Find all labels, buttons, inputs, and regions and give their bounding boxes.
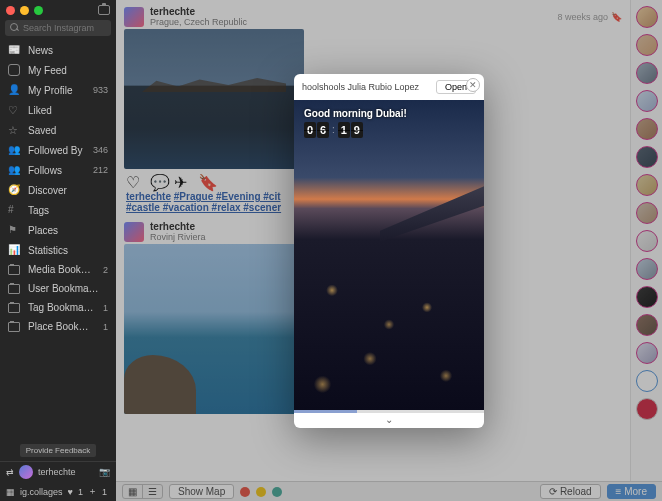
news-icon: 📰 (8, 44, 20, 56)
story-progress[interactable] (294, 410, 484, 413)
clock-digit: 9 (351, 122, 363, 138)
nav-liked[interactable]: Liked (0, 100, 116, 120)
airplane-wing (380, 186, 485, 242)
city-lights (294, 239, 484, 410)
story-modal: ✕ hoolshools Julia Rubio Lopez Open Good… (294, 74, 484, 428)
nav-my-feed[interactable]: My Feed (0, 60, 116, 80)
window-controls (0, 0, 116, 20)
close-icon[interactable]: ✕ (466, 78, 480, 92)
heart-icon: ♥ (68, 487, 73, 497)
nav-user-bookmarks[interactable]: User Bookmarks (0, 279, 116, 298)
nav-place-bookmarks[interactable]: Place Bookmarks1 (0, 317, 116, 336)
search-icon (10, 23, 18, 31)
nav-label: Discover (28, 185, 100, 196)
modal-overlay[interactable]: ✕ hoolshools Julia Rubio Lopez Open Good… (116, 0, 662, 501)
clock-digit: 0 (304, 122, 316, 138)
nav-label: Statistics (28, 245, 100, 256)
nav-label: User Bookmarks (28, 283, 100, 294)
feed-icon (8, 64, 20, 76)
folder-icon (8, 322, 20, 332)
nav-label: Tag Bookmarks (28, 302, 95, 313)
status-collages-row[interactable]: ▦ ig.collages ♥1 ＋1 (0, 482, 116, 501)
app-icon: ▦ (6, 487, 15, 497)
nav-discover[interactable]: 🧭Discover (0, 180, 116, 200)
feedback-button[interactable]: Provide Feedback (20, 444, 96, 457)
nav-label: Saved (28, 125, 100, 136)
star-icon (8, 124, 20, 136)
nav-statistics[interactable]: 📊Statistics (0, 240, 116, 260)
close-window-button[interactable] (6, 6, 15, 15)
clock-digit: 6 (317, 122, 329, 138)
nav-label: Media Bookmarks (28, 264, 95, 275)
chart-icon: 📊 (8, 244, 20, 256)
fullscreen-window-button[interactable] (34, 6, 43, 15)
nav-count: 1 (103, 303, 108, 313)
search-input[interactable] (5, 20, 111, 36)
nav-count: 933 (93, 85, 108, 95)
nav-places[interactable]: Places (0, 220, 116, 240)
search-wrap (0, 20, 116, 40)
modal-header: hoolshools Julia Rubio Lopez Open (294, 74, 484, 100)
nav-label: Follows (28, 165, 85, 176)
story-caption: Good morning Dubai! (304, 108, 407, 119)
modal-username[interactable]: hoolshools Julia Rubio Lopez (302, 82, 430, 92)
tag-icon (8, 204, 20, 216)
nav-tags[interactable]: Tags (0, 200, 116, 220)
nav-count: 346 (93, 145, 108, 155)
profile-icon: 👤 (8, 84, 20, 96)
nav-label: My Feed (28, 65, 100, 76)
minimize-window-button[interactable] (20, 6, 29, 15)
nav-label: Place Bookmarks (28, 321, 95, 332)
clock-sep: : (332, 124, 335, 135)
camera-icon[interactable] (98, 5, 110, 15)
folder-icon (8, 284, 20, 294)
nav-list: 📰News My Feed 👤My Profile933 Liked Saved… (0, 40, 116, 440)
nav-saved[interactable]: Saved (0, 120, 116, 140)
following-icon: 👥 (8, 164, 20, 176)
avatar (19, 465, 33, 479)
nav-my-profile[interactable]: 👤My Profile933 (0, 80, 116, 100)
nav-news[interactable]: 📰News (0, 40, 116, 60)
followers-icon: 👥 (8, 144, 20, 156)
folder-icon (8, 303, 20, 313)
nav-label: Followed By (28, 145, 85, 156)
main-area: terhechte Prague, Czech Republic 8 weeks… (116, 0, 662, 501)
compass-icon: 🧭 (8, 184, 20, 196)
nav-followed-by[interactable]: 👥Followed By346 (0, 140, 116, 160)
nav-tag-bookmarks[interactable]: Tag Bookmarks1 (0, 298, 116, 317)
nav-label: My Profile (28, 85, 85, 96)
clock-digit: 1 (338, 122, 350, 138)
nav-media-bookmarks[interactable]: Media Bookmarks2 (0, 260, 116, 279)
plus-icon: ＋ (88, 485, 97, 498)
nav-label: Liked (28, 105, 100, 116)
folder-icon (8, 265, 20, 275)
status-user-row[interactable]: ⇄ terhechte 📷 (0, 462, 116, 482)
plus-count: 1 (102, 487, 107, 497)
pin-icon (8, 224, 20, 236)
status-username: terhechte (38, 467, 76, 477)
nav-label: News (28, 45, 100, 56)
flip-clock: 0 6 : 1 9 (304, 122, 363, 138)
sidebar: 📰News My Feed 👤My Profile933 Liked Saved… (0, 0, 116, 501)
nav-label: Places (28, 225, 100, 236)
camera-icon[interactable]: 📷 (99, 467, 110, 477)
nav-count: 1 (103, 322, 108, 332)
chevron-down-icon[interactable]: ⌄ (294, 413, 484, 428)
nav-label: Tags (28, 205, 100, 216)
story-image[interactable]: Good morning Dubai! 0 6 : 1 9 (294, 100, 484, 410)
nav-count: 2 (103, 265, 108, 275)
nav-follows[interactable]: 👥Follows212 (0, 160, 116, 180)
heart-icon (8, 104, 20, 116)
status-collages: ig.collages (20, 487, 63, 497)
heart-count: 1 (78, 487, 83, 497)
story-progress-fill (294, 410, 357, 413)
switch-icon: ⇄ (6, 467, 14, 477)
status-bar: ⇄ terhechte 📷 ▦ ig.collages ♥1 ＋1 (0, 461, 116, 501)
nav-count: 212 (93, 165, 108, 175)
